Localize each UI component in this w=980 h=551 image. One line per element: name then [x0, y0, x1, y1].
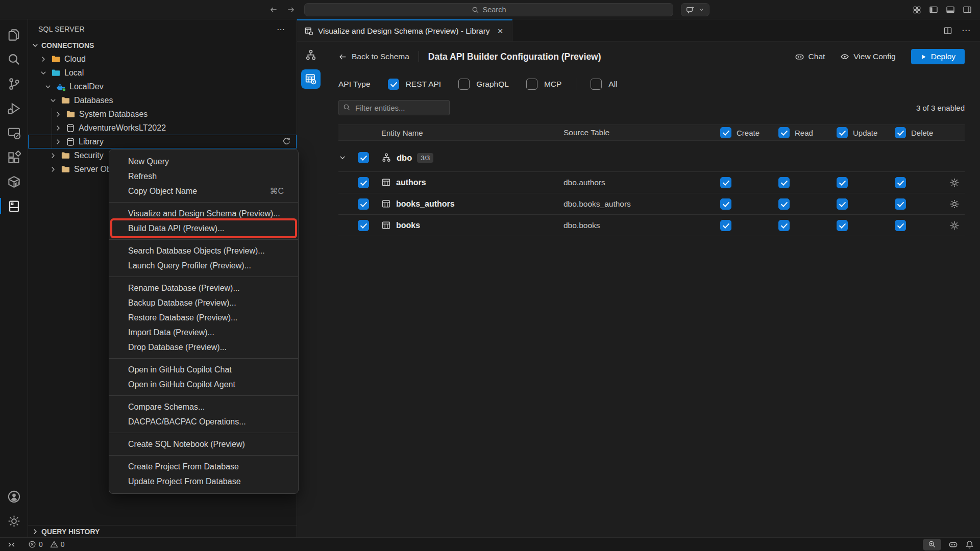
activity-containers[interactable]: [0, 169, 28, 194]
section-query-history[interactable]: QUERY HISTORY: [28, 525, 297, 537]
tree-item-system-databases[interactable]: System Databases: [28, 107, 297, 121]
activity-extensions[interactable]: [0, 145, 28, 169]
menu-item-visualize-design-schema[interactable]: Visualize and Design Schema (Preview)...: [109, 206, 298, 221]
activity-remote-explorer[interactable]: [0, 120, 28, 145]
checkbox[interactable]: [358, 177, 369, 188]
table-row-books[interactable]: books dbo.books: [338, 215, 965, 236]
toggle-panel-icon[interactable]: [946, 5, 955, 14]
checkbox-create[interactable]: [720, 220, 731, 231]
forward-arrow-icon[interactable]: [286, 5, 296, 14]
checkbox[interactable]: [388, 79, 399, 90]
activity-sql-server[interactable]: [0, 194, 28, 218]
checkbox-delete[interactable]: [895, 177, 906, 188]
split-editor-icon[interactable]: [943, 26, 952, 35]
checkbox[interactable]: [526, 79, 537, 90]
menu-item-open-copilot-chat[interactable]: Open in GitHub Copilot Chat: [109, 362, 298, 377]
back-to-schema-link[interactable]: Back to Schema: [338, 52, 409, 61]
gear-icon[interactable]: [949, 199, 960, 209]
checkbox-update[interactable]: [837, 177, 848, 188]
tab-visualize-design-schema[interactable]: Visualize and Design Schema (Preview) - …: [297, 19, 512, 41]
checkbox-read[interactable]: [778, 177, 790, 188]
schema-group-row[interactable]: dbo 3/3: [338, 148, 965, 167]
checkbox[interactable]: [895, 127, 906, 138]
account-button[interactable]: [0, 484, 28, 509]
filter-entities-input[interactable]: [338, 100, 450, 115]
gear-icon[interactable]: [949, 178, 960, 188]
tree-item-library[interactable]: Library: [28, 135, 297, 148]
checkbox[interactable]: [358, 152, 369, 163]
schema-diagram-icon[interactable]: [305, 49, 317, 61]
more-actions-icon[interactable]: ⋯: [277, 24, 285, 34]
problems-indicator[interactable]: 0 0: [28, 540, 65, 548]
data-api-config-button[interactable]: [301, 69, 321, 89]
close-icon[interactable]: ×: [498, 26, 503, 36]
checkbox-create[interactable]: [720, 177, 731, 188]
checkbox[interactable]: [358, 220, 369, 231]
api-option-mcp[interactable]: MCP: [526, 79, 561, 90]
menu-item-compare-schemas[interactable]: Compare Schemas...: [109, 399, 298, 414]
menu-item-launch-query-profiler[interactable]: Launch Query Profiler (Preview)...: [109, 258, 298, 273]
back-arrow-icon[interactable]: [269, 5, 278, 14]
view-config-button[interactable]: View Config: [840, 52, 895, 61]
copilot-status-icon[interactable]: [948, 540, 958, 549]
copilot-menu-button[interactable]: [681, 3, 709, 16]
toggle-sidebar-left-icon[interactable]: [929, 5, 938, 14]
tree-item-adventureworks[interactable]: AdventureWorksLT2022: [28, 121, 297, 135]
menu-item-backup-database[interactable]: Backup Database (Preview)...: [109, 295, 298, 310]
checkbox[interactable]: [591, 79, 602, 90]
menu-item-update-project-from-database[interactable]: Update Project From Database: [109, 474, 298, 489]
checkbox-delete[interactable]: [895, 220, 906, 231]
menu-item-new-query[interactable]: New Query: [109, 154, 298, 169]
tree-item-databases[interactable]: Databases: [28, 93, 297, 107]
menu-item-dacpac-bacpac[interactable]: DACPAC/BACPAC Operations...: [109, 414, 298, 429]
activity-source-control[interactable]: [0, 71, 28, 96]
menu-item-search-database-objects[interactable]: Search Database Objects (Preview)...: [109, 243, 298, 258]
menu-item-create-project-from-database[interactable]: Create Project From Database: [109, 459, 298, 474]
checkbox-read[interactable]: [778, 198, 790, 210]
menu-item-restore-database[interactable]: Restore Database (Preview)...: [109, 310, 298, 325]
checkbox[interactable]: [720, 127, 731, 138]
activity-run-debug[interactable]: [0, 96, 28, 120]
zoom-button[interactable]: [923, 539, 941, 550]
menu-item-build-data-api[interactable]: Build Data API (Preview)...: [109, 221, 298, 236]
chat-button[interactable]: Chat: [795, 52, 825, 62]
menu-item-rename-database[interactable]: Rename Database (Preview)...: [109, 281, 298, 295]
chevron-down-icon[interactable]: [338, 154, 358, 162]
api-option-rest[interactable]: REST API: [388, 79, 442, 90]
gear-icon[interactable]: [949, 220, 960, 231]
menu-item-import-data[interactable]: Import Data (Preview)...: [109, 325, 298, 340]
activity-search[interactable]: [0, 47, 28, 71]
tree-item-local[interactable]: Local: [28, 66, 297, 80]
checkbox[interactable]: [358, 198, 369, 210]
toggle-sidebar-right-icon[interactable]: [963, 5, 972, 14]
checkbox[interactable]: [458, 79, 470, 90]
activity-explorer[interactable]: [0, 22, 28, 47]
tree-item-cloud[interactable]: Cloud: [28, 52, 297, 66]
checkbox-update[interactable]: [837, 198, 848, 210]
settings-button[interactable]: [0, 509, 28, 533]
table-row-authors[interactable]: authors dbo.authors: [338, 172, 965, 193]
bell-icon[interactable]: [965, 540, 974, 549]
menu-item-open-copilot-agent[interactable]: Open in GitHub Copilot Agent: [109, 377, 298, 392]
section-connections[interactable]: CONNECTIONS: [28, 39, 297, 52]
menu-item-drop-database[interactable]: Drop Database (Preview)...: [109, 340, 298, 355]
deploy-button[interactable]: Deploy: [911, 49, 965, 64]
checkbox-read[interactable]: [778, 220, 790, 231]
checkbox-create[interactable]: [720, 198, 731, 210]
more-actions-icon[interactable]: ⋯: [962, 25, 971, 36]
api-option-graphql[interactable]: GraphQL: [458, 79, 509, 90]
menu-item-create-sql-notebook[interactable]: Create SQL Notebook (Preview): [109, 437, 298, 452]
remote-indicator-icon[interactable]: [7, 540, 16, 549]
customize-layout-icon[interactable]: [913, 6, 921, 14]
checkbox-update[interactable]: [837, 220, 848, 231]
checkbox[interactable]: [778, 127, 790, 138]
command-search-box[interactable]: Search: [304, 3, 673, 16]
table-row-books-authors[interactable]: books_authors dbo.books_authors: [338, 193, 965, 215]
menu-item-copy-object-name[interactable]: Copy Object Name⌘C: [109, 184, 298, 198]
refresh-icon[interactable]: [282, 137, 291, 146]
menu-item-refresh[interactable]: Refresh: [109, 169, 298, 184]
checkbox[interactable]: [837, 127, 848, 138]
api-option-all[interactable]: All: [591, 79, 617, 90]
checkbox-delete[interactable]: [895, 198, 906, 210]
tree-item-localdev[interactable]: LocalDev: [28, 80, 297, 93]
